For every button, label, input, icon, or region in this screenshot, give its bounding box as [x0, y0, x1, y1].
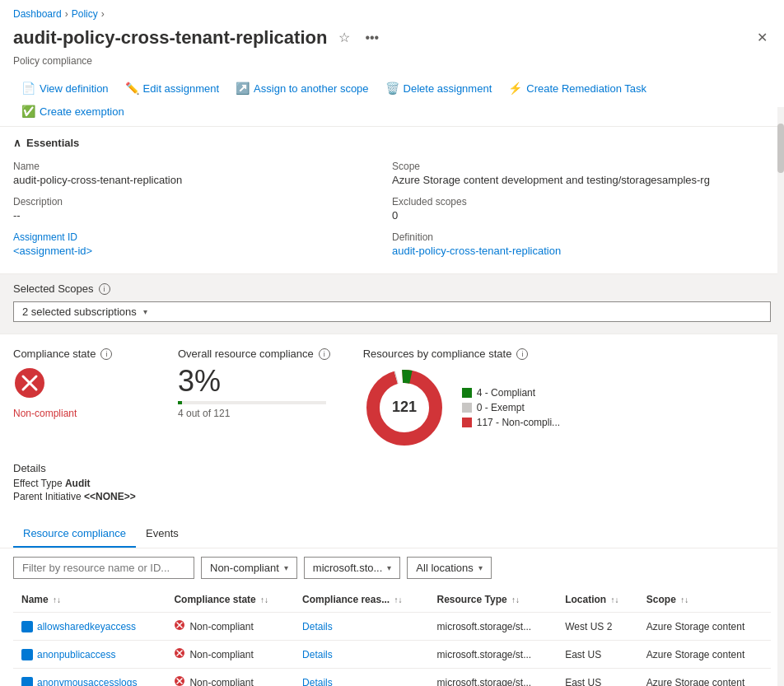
- tab-resource-compliance[interactable]: Resource compliance: [13, 520, 136, 548]
- create-exemption-button[interactable]: ✅ Create exemption: [13, 100, 133, 123]
- compliance-filter-value: Non-compliant: [210, 562, 279, 574]
- resource-table-container: Name ↑↓ Compliance state ↑↓ Compliance r…: [0, 587, 784, 686]
- resource-filter-chevron: ▾: [387, 563, 391, 572]
- col-location[interactable]: Location ↑↓: [557, 587, 638, 613]
- details-link[interactable]: Details: [302, 621, 333, 632]
- col-compliance-reason[interactable]: Compliance reas... ↑↓: [294, 587, 428, 613]
- edit-icon: ✏️: [125, 82, 139, 95]
- essentials-definition: Definition audit-policy-cross-tenant-rep…: [392, 228, 771, 264]
- details-section: Details Effect Type Audit Parent Initiat…: [0, 455, 784, 514]
- location-filter-dropdown[interactable]: All locations ▾: [407, 557, 491, 579]
- non-compliant-label: Non-compliant: [13, 408, 145, 419]
- scopes-section: Selected Scopes i 2 selected subscriptio…: [0, 273, 784, 334]
- non-compliant-badge-icon: [174, 675, 185, 686]
- effect-value: Audit: [65, 478, 91, 489]
- scopes-info-icon[interactable]: i: [99, 283, 110, 295]
- delete-assignment-button[interactable]: 🗑️ Delete assignment: [377, 77, 501, 100]
- cell-scope: Azure Storage content: [638, 669, 771, 687]
- scrollbar-thumb[interactable]: [777, 124, 784, 173]
- scrollbar-track[interactable]: [777, 107, 784, 686]
- col-name[interactable]: Name ↑↓: [13, 587, 166, 613]
- compliance-filter-dropdown[interactable]: Non-compliant ▾: [201, 557, 297, 579]
- exempt-color: [462, 403, 472, 413]
- essentials-name: Name audit-policy-cross-tenant-replicati…: [13, 157, 392, 193]
- pin-button[interactable]: ☆: [335, 26, 353, 49]
- tab-events[interactable]: Events: [136, 520, 189, 548]
- compliance-filter-chevron: ▾: [284, 563, 288, 572]
- more-options-button[interactable]: •••: [362, 27, 382, 49]
- compliance-state-info-icon[interactable]: i: [100, 348, 112, 360]
- cell-resource-type: microsoft.storage/st...: [429, 613, 558, 641]
- cell-resource-type: microsoft.storage/st...: [429, 641, 558, 669]
- assign-scope-button[interactable]: ↗️ Assign to another scope: [227, 77, 376, 100]
- non-compliant-color: [462, 418, 472, 427]
- edit-assignment-button[interactable]: ✏️ Edit assignment: [117, 77, 228, 100]
- resource-name-link[interactable]: anonpublicaccess: [21, 649, 157, 660]
- resource-type-icon: [21, 649, 33, 660]
- compliance-state-sort-icon: ↑↓: [260, 595, 268, 604]
- assign-scope-icon: ↗️: [236, 82, 250, 95]
- view-definition-button[interactable]: 📄 View definition: [13, 77, 117, 100]
- donut-title: Resources by compliance state i: [363, 348, 771, 360]
- resource-name-link[interactable]: anonymousaccesslogs: [21, 677, 157, 687]
- scope-sort-icon: ↑↓: [680, 595, 688, 604]
- cell-location: East US: [557, 669, 638, 687]
- resource-filter-dropdown[interactable]: microsoft.sto... ▾: [304, 557, 401, 579]
- search-input[interactable]: [13, 557, 194, 579]
- donut-container: 121 4 - Compliant 0 - Exempt 117 - Non-c…: [363, 366, 771, 449]
- location-filter-chevron: ▾: [478, 563, 483, 572]
- compliance-state-block: Compliance state i Non-compliant: [13, 348, 178, 449]
- compliance-section: Compliance state i Non-compliant Overall…: [0, 334, 784, 455]
- details-link[interactable]: Details: [302, 677, 333, 687]
- breadcrumb: Dashboard › Policy ›: [0, 0, 784, 23]
- table-body: allowsharedkeyaccess Non-compliant Detai…: [13, 613, 771, 687]
- col-resource-type[interactable]: Resource Type ↑↓: [429, 587, 558, 613]
- scopes-dropdown[interactable]: 2 selected subscriptions ▾: [13, 301, 771, 322]
- non-compliant-icon: [13, 366, 145, 404]
- filter-bar: Non-compliant ▾ microsoft.sto... ▾ All l…: [0, 548, 784, 587]
- breadcrumb-policy[interactable]: Policy: [72, 8, 98, 20]
- cell-compliance-state: Non-compliant: [166, 613, 294, 641]
- document-icon: 📄: [21, 82, 35, 95]
- col-scope[interactable]: Scope ↑↓: [638, 587, 771, 613]
- essentials-assignment-id: Assignment ID <assignment-id>: [13, 228, 392, 264]
- legend-exempt: 0 - Exempt: [462, 402, 560, 413]
- essentials-header[interactable]: ∧ Essentials: [13, 137, 771, 149]
- cell-name: anonpublicaccess: [13, 641, 166, 669]
- overall-compliance-info-icon[interactable]: i: [319, 348, 330, 360]
- table-row: allowsharedkeyaccess Non-compliant Detai…: [13, 613, 771, 641]
- overall-compliance-block: Overall resource compliance i 3% 4 out o…: [178, 348, 363, 449]
- close-button[interactable]: ✕: [754, 26, 771, 49]
- essentials-section: ∧ Essentials Name audit-policy-cross-ten…: [0, 127, 784, 273]
- col-compliance-state[interactable]: Compliance state ↑↓: [166, 587, 294, 613]
- cell-compliance-reason: Details: [294, 641, 428, 669]
- remediation-icon: ⚡: [508, 82, 522, 95]
- location-filter-value: All locations: [416, 562, 473, 574]
- non-compliant-badge-icon: [174, 647, 185, 661]
- resource-name-link[interactable]: allowsharedkeyaccess: [21, 621, 157, 632]
- resource-type-icon: [21, 621, 33, 632]
- donut-info-icon[interactable]: i: [516, 348, 528, 360]
- cell-name: anonymousaccesslogs: [13, 669, 166, 687]
- cell-compliance-state: Non-compliant: [166, 641, 294, 669]
- details-link[interactable]: Details: [302, 649, 333, 660]
- compliance-detail: 4 out of 121: [178, 408, 330, 419]
- compliance-bar-fill: [178, 401, 182, 404]
- create-remediation-button[interactable]: ⚡ Create Remediation Task: [500, 77, 655, 100]
- location-sort-icon: ↑↓: [611, 595, 619, 604]
- toolbar: 📄 View definition ✏️ Edit assignment ↗️ …: [0, 73, 784, 127]
- compliance-badge: Non-compliant: [174, 619, 286, 633]
- page-title: audit-policy-cross-tenant-replication: [13, 27, 327, 49]
- delete-icon: 🗑️: [385, 82, 399, 95]
- resource-table: Name ↑↓ Compliance state ↑↓ Compliance r…: [13, 587, 771, 686]
- name-sort-icon: ↑↓: [53, 595, 61, 604]
- cell-location: East US: [557, 641, 638, 669]
- page-subtitle: Policy compliance: [0, 55, 784, 73]
- cell-location: West US 2: [557, 613, 638, 641]
- cell-compliance-state: Non-compliant: [166, 669, 294, 687]
- breadcrumb-dashboard[interactable]: Dashboard: [13, 8, 62, 20]
- cell-scope: Azure Storage content: [638, 641, 771, 669]
- cell-compliance-reason: Details: [294, 613, 428, 641]
- compliance-badge: Non-compliant: [174, 647, 286, 661]
- tabs-section: Resource compliance Events: [0, 520, 784, 548]
